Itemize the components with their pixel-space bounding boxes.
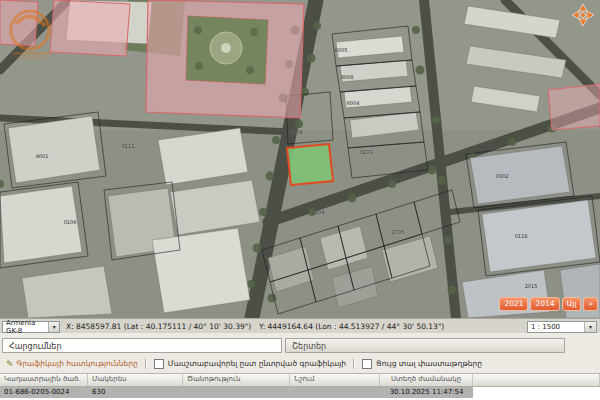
bottom-panel: Հարցումներ Շերտեր ✎ Գրաֆիկայի հատկությու…	[0, 333, 600, 400]
scale-to-graphic-checkbox[interactable]	[154, 359, 164, 369]
coordinate-y: Y: 4449164.64 (Lon : 44.513927 / 44° 30'…	[259, 322, 444, 331]
map-year-button-»[interactable]: »	[583, 297, 598, 311]
header-created: Ստեղծ ժամանակը	[380, 374, 473, 386]
header-note: Ծանոթություն	[183, 374, 290, 386]
table-body: 01-686-0205-0024 630 30.10.2025 11:47:54	[0, 387, 600, 400]
status-bar: Armenia GK-8 ▾ X: 8458597.81 (Lat : 40.1…	[0, 318, 600, 334]
separator	[353, 358, 355, 369]
satellite-map	[0, 0, 600, 318]
map-year-button-Այլ[interactable]: Այլ	[562, 297, 582, 311]
coordinate-x: X: 8458597.81 (Lat : 40.175111 / 40° 10'…	[66, 322, 251, 331]
cell-mark	[290, 387, 380, 398]
cadastre-map-app: 8009600580086004020302042705030201180111…	[0, 0, 600, 400]
separator	[145, 358, 147, 369]
scale-to-graphic-label: Մասշտաբավորել ըստ ընտրված գրաֆիկայի	[168, 359, 346, 368]
tab-layers[interactable]: Շերտեր	[285, 338, 565, 353]
panel-tabs: Հարցումներ Շերտեր	[2, 338, 565, 353]
cell-created: 30.10.2025 11:47:54	[380, 387, 473, 398]
projection-select[interactable]: Armenia GK-8 ▾	[2, 321, 60, 333]
cursor-coordinates: X: 8458597.81 (Lat : 40.175111 / 40° 10'…	[66, 322, 452, 331]
header-mark: Նշում	[290, 374, 380, 386]
map-viewport[interactable]: 8009600580086004020302042705030201180111…	[0, 0, 600, 318]
results-table: Կադաստրային ծած. Մակերես Ծանոթություն Նշ…	[0, 373, 600, 400]
scale-value: 1 : 1500	[531, 323, 560, 331]
year-buttons: 20212014Այլ»	[499, 297, 598, 311]
chevron-down-icon: ▾	[584, 322, 596, 332]
show-documents-checkbox[interactable]	[362, 359, 372, 369]
cell-note	[183, 387, 290, 398]
header-empty	[473, 374, 600, 386]
cell-area: 630	[88, 387, 183, 398]
chevron-down-icon: ▾	[48, 322, 59, 332]
show-documents-label: Ցույց տալ փաստաթղթերը	[376, 359, 482, 368]
graphics-properties-link[interactable]: Գրաֆիկայի հատկությունները	[17, 359, 138, 368]
header-cadastral-code: Կադաստրային ծած.	[0, 374, 88, 386]
scale-select[interactable]: 1 : 1500 ▾	[527, 321, 597, 333]
panel-toolbar: ✎ Գրաֆիկայի հատկությունները Մասշտաբավորե…	[0, 356, 600, 371]
selected-parcel[interactable]	[287, 144, 333, 185]
map-year-button-2014[interactable]: 2014	[530, 297, 559, 311]
table-row[interactable]: 01-686-0205-0024 630 30.10.2025 11:47:54	[0, 387, 473, 398]
header-area: Մակերես	[88, 374, 183, 386]
table-header-row: Կադաստրային ծած. Մակերես Ծանոթություն Նշ…	[0, 373, 600, 387]
map-year-button-2021[interactable]: 2021	[499, 297, 528, 311]
pencil-icon: ✎	[6, 359, 14, 369]
cell-cadastral-code: 01-686-0205-0024	[0, 387, 88, 398]
tab-queries[interactable]: Հարցումներ	[2, 338, 282, 353]
